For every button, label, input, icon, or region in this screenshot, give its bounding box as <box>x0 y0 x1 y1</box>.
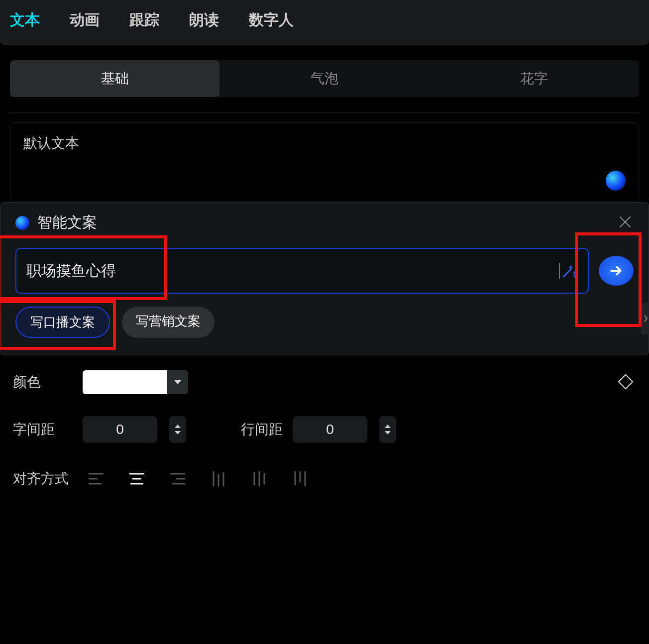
chevron-down-icon <box>385 431 391 434</box>
line-spacing-input[interactable]: 0 <box>293 416 367 443</box>
align-center-button[interactable] <box>119 465 154 493</box>
align-vertical-center-icon <box>252 470 267 487</box>
chevron-down-icon <box>175 431 181 434</box>
align-vertical-left-button[interactable] <box>201 465 236 493</box>
chip-marketing-copy[interactable]: 写营销文案 <box>122 307 215 338</box>
top-tab-bar: 文本 动画 跟踪 朗读 数字人 <box>0 0 649 45</box>
align-vertical-right-icon <box>293 470 308 487</box>
char-spacing-label: 字间距 <box>13 420 73 439</box>
align-right-icon <box>169 472 186 486</box>
ai-orb-small-icon <box>15 216 29 230</box>
sub-tab-basic[interactable]: 基础 <box>10 60 219 97</box>
color-row: 颜色 <box>13 370 636 394</box>
align-vertical-right-button[interactable] <box>283 465 318 493</box>
smart-copy-input[interactable] <box>26 262 555 279</box>
chevron-up-icon <box>385 425 391 428</box>
tab-animation[interactable]: 动画 <box>70 10 100 30</box>
align-center-icon <box>128 472 145 486</box>
tab-read[interactable]: 朗读 <box>189 10 219 30</box>
chevron-right-icon <box>643 315 648 322</box>
char-spacing-stepper[interactable] <box>169 416 186 443</box>
tab-track[interactable]: 跟踪 <box>129 10 159 30</box>
ai-orb-icon[interactable] <box>606 171 626 191</box>
color-dropdown-toggle[interactable] <box>167 370 188 394</box>
sub-tab-fancy[interactable]: 花字 <box>430 60 639 97</box>
arrow-right-icon <box>609 263 624 278</box>
char-spacing-input[interactable]: 0 <box>83 416 157 443</box>
tab-avatar[interactable]: 数字人 <box>249 10 294 30</box>
align-right-button[interactable] <box>160 465 195 493</box>
panel-collapse-handle[interactable] <box>641 303 649 334</box>
color-swatch[interactable] <box>83 370 167 394</box>
chevron-up-icon <box>175 425 181 428</box>
color-label: 颜色 <box>13 373 73 392</box>
align-row: 对齐方式 <box>13 465 636 493</box>
align-label: 对齐方式 <box>13 469 73 488</box>
magic-wand-icon[interactable] <box>561 262 578 279</box>
keyframe-diamond-icon[interactable] <box>618 374 633 389</box>
align-left-button[interactable] <box>79 465 113 493</box>
smart-copy-title: 智能文案 <box>37 213 97 233</box>
align-vertical-left-icon <box>211 470 226 487</box>
align-vertical-center-button[interactable] <box>242 465 277 493</box>
chip-broadcast-copy[interactable]: 写口播文案 <box>15 307 110 338</box>
align-left-icon <box>88 472 105 486</box>
default-text-label: 默认文本 <box>23 134 626 153</box>
tab-text[interactable]: 文本 <box>10 10 40 30</box>
line-spacing-label: 行间距 <box>241 420 283 439</box>
smart-copy-panel: 智能文案 写口播文案 写营销文 <box>0 202 649 355</box>
spacing-row: 字间距 0 行间距 0 <box>13 416 636 443</box>
default-text-area[interactable]: 默认文本 <box>10 122 639 202</box>
smart-input-wrap <box>15 248 589 294</box>
sub-tab-bubble[interactable]: 气泡 <box>219 60 429 97</box>
smart-copy-header: 智能文案 <box>15 213 639 233</box>
submit-arrow-button[interactable] <box>599 256 634 286</box>
close-icon[interactable] <box>617 214 634 230</box>
sub-tab-bar: 基础 气泡 花字 <box>10 60 639 97</box>
line-spacing-stepper[interactable] <box>379 416 396 443</box>
chevron-down-icon <box>174 380 181 384</box>
divider <box>10 112 639 112</box>
